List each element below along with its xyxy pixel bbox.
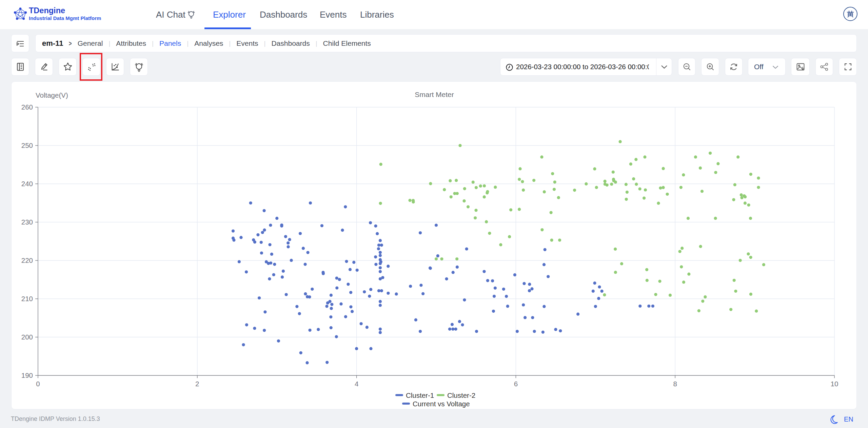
svg-text:230: 230 [21, 218, 33, 226]
svg-text:2: 2 [195, 380, 199, 388]
svg-text:250: 250 [21, 141, 33, 149]
svg-text:8: 8 [673, 380, 677, 388]
svg-text:Cluster-2: Cluster-2 [447, 391, 475, 399]
svg-text:10: 10 [831, 380, 839, 388]
svg-text:Smart Meter: Smart Meter [415, 91, 454, 98]
svg-text:0: 0 [36, 380, 40, 388]
svg-text:260: 260 [21, 103, 33, 111]
svg-text:Current vs Voltage: Current vs Voltage [413, 400, 470, 408]
svg-text:200: 200 [21, 333, 33, 341]
svg-text:4: 4 [355, 380, 358, 388]
svg-text:220: 220 [21, 256, 33, 264]
svg-text:Voltage(V): Voltage(V) [36, 91, 68, 99]
svg-text:6: 6 [514, 380, 518, 388]
svg-text:240: 240 [21, 180, 33, 188]
svg-text:Cluster-1: Cluster-1 [406, 391, 434, 399]
svg-text:190: 190 [21, 371, 33, 379]
svg-text:210: 210 [21, 295, 33, 303]
